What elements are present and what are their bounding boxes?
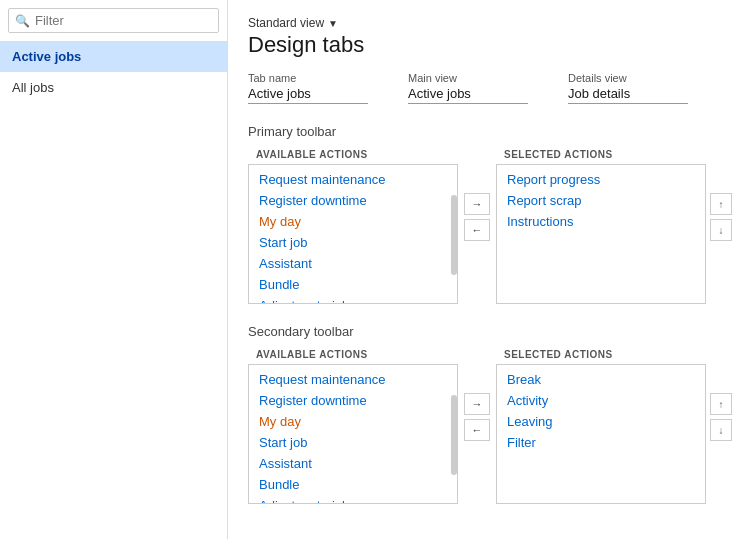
secondary-move-up-button[interactable]: ↑ [710, 393, 732, 415]
primary-move-down-button[interactable]: ↓ [710, 219, 732, 241]
secondary-move-right-button[interactable]: → [464, 393, 490, 415]
secondary-available-header: AVAILABLE ACTIONS [248, 347, 458, 364]
secondary-transfer-buttons: → ← [458, 347, 496, 487]
action-item-reg-down-1[interactable]: Register downtime [249, 190, 457, 211]
view-label[interactable]: Standard view ▼ [248, 16, 736, 30]
sidebar-item-active-jobs[interactable]: Active jobs [0, 41, 227, 72]
secondary-move-left-button[interactable]: ← [464, 419, 490, 441]
action-item-start-job-1[interactable]: Start job [249, 232, 457, 253]
primary-toolbar-section: Primary toolbar AVAILABLE ACTIONS Reques… [248, 124, 736, 304]
details-view-label: Details view [568, 72, 688, 84]
action-item-my-day-1[interactable]: My day [249, 211, 457, 232]
action-item-my-day-2[interactable]: My day [249, 411, 457, 432]
primary-move-up-button[interactable]: ↑ [710, 193, 732, 215]
action-item-report-scrap[interactable]: Report scrap [497, 190, 705, 211]
action-item-break[interactable]: Break [497, 369, 705, 390]
secondary-move-down-button[interactable]: ↓ [710, 419, 732, 441]
action-item-activity[interactable]: Activity [497, 390, 705, 411]
action-item-req-maint-2[interactable]: Request maintenance [249, 369, 457, 390]
action-item-start-job-2[interactable]: Start job [249, 432, 457, 453]
view-label-text: Standard view [248, 16, 324, 30]
action-item-assistant-2[interactable]: Assistant [249, 453, 457, 474]
details-view-field: Details view Job details [568, 72, 688, 104]
primary-selected-list: Report progressReport scrapInstructions [496, 164, 706, 304]
primary-available-header: AVAILABLE ACTIONS [248, 147, 458, 164]
tab-name-value[interactable]: Active jobs [248, 86, 368, 104]
sidebar-item-all-jobs[interactable]: All jobs [0, 72, 227, 103]
primary-transfer-buttons: → ← [458, 147, 496, 287]
secondary-selected-list: BreakActivityLeavingFilter [496, 364, 706, 504]
primary-move-right-button[interactable]: → [464, 193, 490, 215]
primary-actions-grid: AVAILABLE ACTIONS Request maintenanceReg… [248, 147, 736, 304]
secondary-available-list: Request maintenanceRegister downtimeMy d… [248, 364, 458, 504]
secondary-actions-grid: AVAILABLE ACTIONS Request maintenanceReg… [248, 347, 736, 504]
scrollbar [451, 195, 457, 275]
action-item-reg-down-2[interactable]: Register downtime [249, 390, 457, 411]
secondary-selected-header: SELECTED ACTIONS [496, 347, 706, 364]
sidebar: 🔍 Active jobsAll jobs [0, 0, 228, 539]
chevron-down-icon: ▼ [328, 18, 338, 29]
details-view-value[interactable]: Job details [568, 86, 688, 104]
search-icon: 🔍 [15, 14, 30, 28]
action-item-report-prog[interactable]: Report progress [497, 169, 705, 190]
action-item-req-maint-1[interactable]: Request maintenance [249, 169, 457, 190]
secondary-toolbar-section: Secondary toolbar AVAILABLE ACTIONS Requ… [248, 324, 736, 504]
fields-row: Tab name Active jobs Main view Active jo… [248, 72, 736, 104]
action-item-bundle-2[interactable]: Bundle [249, 474, 457, 495]
page-title: Design tabs [248, 32, 736, 58]
action-item-filter[interactable]: Filter [497, 432, 705, 453]
primary-selected-header: SELECTED ACTIONS [496, 147, 706, 164]
primary-order-buttons: ↑ ↓ [706, 147, 736, 287]
secondary-toolbar-label: Secondary toolbar [248, 324, 736, 339]
scrollbar [451, 395, 457, 475]
main-view-field: Main view Active jobs [408, 72, 528, 104]
action-item-adjust-2[interactable]: Adjust material [249, 495, 457, 504]
primary-toolbar-label: Primary toolbar [248, 124, 736, 139]
action-item-bundle-1[interactable]: Bundle [249, 274, 457, 295]
main-content: Standard view ▼ Design tabs Tab name Act… [228, 0, 756, 539]
action-item-adjust-1[interactable]: Adjust material [249, 295, 457, 304]
search-box: 🔍 [8, 8, 219, 33]
action-item-instructions[interactable]: Instructions [497, 211, 705, 232]
action-item-assistant-1[interactable]: Assistant [249, 253, 457, 274]
action-item-leaving[interactable]: Leaving [497, 411, 705, 432]
tab-name-label: Tab name [248, 72, 368, 84]
main-view-value[interactable]: Active jobs [408, 86, 528, 104]
primary-move-left-button[interactable]: ← [464, 219, 490, 241]
secondary-order-buttons: ↑ ↓ [706, 347, 736, 487]
tab-name-field: Tab name Active jobs [248, 72, 368, 104]
primary-available-list: Request maintenanceRegister downtimeMy d… [248, 164, 458, 304]
search-input[interactable] [8, 8, 219, 33]
main-view-label: Main view [408, 72, 528, 84]
